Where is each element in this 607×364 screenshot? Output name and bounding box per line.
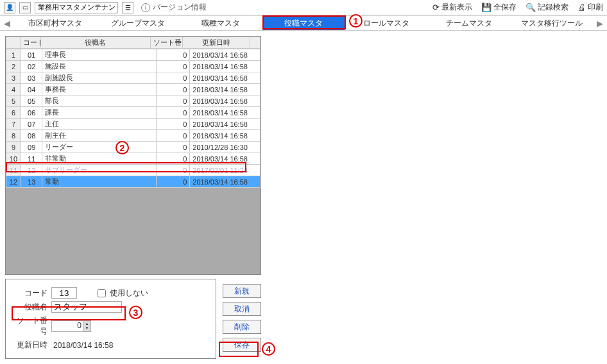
col-name-header[interactable]: 役職名: [41, 37, 150, 49]
table-row[interactable]: 707主任02018/03/14 16:58: [6, 119, 261, 130]
refresh-icon: ⟳: [432, 3, 440, 12]
table-row[interactable]: 202施設長02018/03/14 16:58: [6, 61, 261, 72]
expand-icon[interactable]: ▭: [19, 2, 31, 13]
tab-グループマスタ[interactable]: グループマスタ: [97, 16, 180, 30]
window-title-input[interactable]: [35, 2, 118, 13]
name-input[interactable]: [51, 301, 122, 313]
save-icon: 💾: [481, 3, 492, 12]
scroll-spacer: [250, 37, 260, 49]
grid-header: コード 役職名 ソート番号 更新日時: [6, 37, 261, 49]
tab-ロールマスタ[interactable]: ロールマスタ: [345, 16, 427, 30]
date-value: 2018/03/14 16:58: [51, 341, 115, 350]
disable-checkbox[interactable]: [98, 289, 106, 297]
table-row[interactable]: 1213常勤02018/03/14 16:58: [6, 176, 261, 188]
table-row[interactable]: 808副主任02018/03/14 16:58: [6, 130, 261, 142]
info-icon: i: [141, 3, 150, 12]
search-icon: 🔍: [526, 3, 536, 12]
spin-down-icon[interactable]: ▼: [83, 326, 90, 331]
code-input[interactable]: [51, 287, 77, 299]
table-row[interactable]: 404事務長02018/03/14 16:58: [6, 84, 261, 95]
new-button[interactable]: 新規: [223, 284, 261, 298]
col-date-header[interactable]: 更新日時: [182, 37, 250, 49]
tab-bar: ◀ 市区町村マスタグループマスタ職種マスタ役職マスタロールマスタチームマスタマス…: [0, 15, 607, 31]
grid-rows: 101理事長02018/03/14 16:58202施設長02018/03/14…: [6, 49, 261, 188]
main-area: コード 役職名 ソート番号 更新日時 101理事長02018/03/14 16:…: [0, 31, 607, 364]
tab-prev-icon[interactable]: ◀: [0, 16, 14, 30]
version-info-label: バージョン情報: [153, 2, 207, 13]
refresh-button[interactable]: ⟳最新表示: [432, 2, 472, 13]
date-label: 更新日時: [12, 340, 47, 351]
top-right-actions: ⟳最新表示 💾全保存 🔍記録検索 🖨印刷: [432, 2, 603, 13]
search-log-button[interactable]: 🔍記録検索: [526, 2, 569, 13]
grid-wrap: コード 役職名 ソート番号 更新日時 101理事長02018/03/14 16:…: [5, 36, 261, 275]
tab-next-icon[interactable]: ▶: [593, 16, 607, 30]
table-row[interactable]: 505部長02018/03/14 16:58: [6, 95, 261, 107]
save-button[interactable]: 保存: [223, 338, 261, 352]
version-info[interactable]: i バージョン情報: [141, 2, 207, 13]
form-panel: コード 使用しない 役職名 ソート番号 0 ▲ ▼: [5, 279, 216, 359]
print-button[interactable]: 🖨印刷: [577, 2, 603, 13]
save-all-button[interactable]: 💾全保存: [481, 2, 517, 13]
top-bar: 👤 ▭ ☰ i バージョン情報 ⟳最新表示 💾全保存 🔍記録検索 🖨印刷: [0, 0, 607, 15]
tab-職種マスタ[interactable]: 職種マスタ: [180, 16, 262, 30]
table-row[interactable]: 1112サブリーダー02017/02/01 11:24: [6, 165, 261, 176]
col-code-header[interactable]: コード: [21, 37, 41, 49]
delete-button[interactable]: 削除: [223, 320, 261, 334]
code-label: コード: [12, 288, 47, 299]
col-sort-header[interactable]: ソート番号: [150, 37, 182, 49]
tab-チームマスタ[interactable]: チームマスタ: [427, 16, 510, 30]
name-label: 役職名: [12, 302, 47, 313]
form-button-row: コード 使用しない 役職名 ソート番号 0 ▲ ▼: [5, 279, 261, 359]
cancel-button[interactable]: 取消: [223, 302, 261, 316]
list-icon[interactable]: ☰: [122, 2, 133, 13]
user-icon[interactable]: 👤: [4, 2, 15, 13]
col-idx-header: [6, 37, 21, 49]
table-row[interactable]: 606課長02018/03/14 16:58: [6, 107, 261, 119]
tab-役職マスタ[interactable]: 役職マスタ: [262, 16, 345, 30]
tab-マスタ移行ツール[interactable]: マスタ移行ツール: [510, 16, 593, 30]
tabs-container: 市区町村マスタグループマスタ職種マスタ役職マスタロールマスタチームマスタマスタ移…: [14, 16, 593, 30]
print-icon: 🖨: [577, 3, 586, 12]
disable-label: 使用しない: [110, 288, 148, 299]
table-row[interactable]: 1011非常勤02018/03/14 16:58: [6, 153, 261, 165]
tab-市区町村マスタ[interactable]: 市区町村マスタ: [14, 16, 97, 30]
sort-label: ソート番号: [12, 315, 47, 337]
table-row[interactable]: 303副施設長02018/03/14 16:58: [6, 72, 261, 84]
grid-body[interactable]: 101理事長02018/03/14 16:58202施設長02018/03/14…: [6, 49, 261, 274]
table-row[interactable]: 101理事長02018/03/14 16:58: [6, 49, 261, 61]
table-row[interactable]: 909リーダー02010/12/28 16:30: [6, 142, 261, 153]
button-column: 新規 取消 削除 保存: [223, 279, 261, 359]
left-pane: コード 役職名 ソート番号 更新日時 101理事長02018/03/14 16:…: [0, 31, 266, 364]
sort-input[interactable]: 0 ▲ ▼: [51, 320, 91, 332]
